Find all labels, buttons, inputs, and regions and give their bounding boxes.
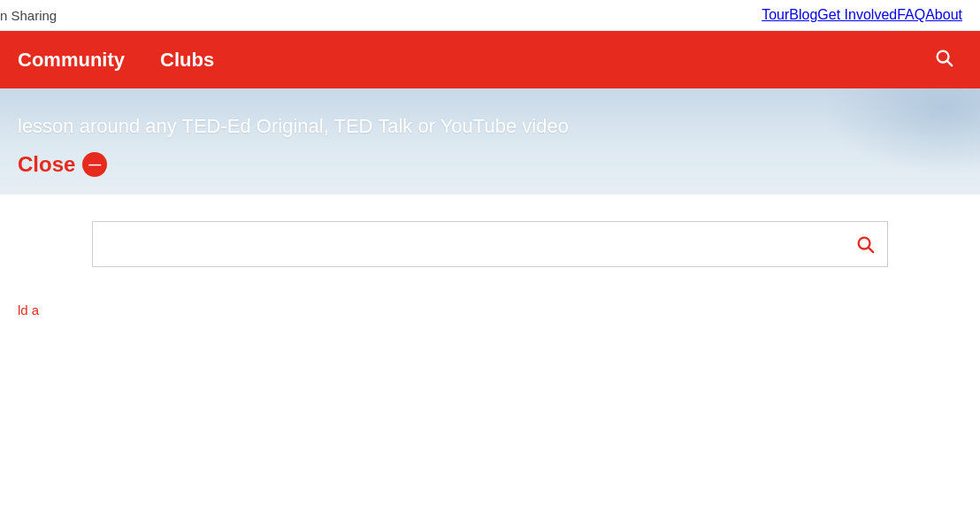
- nav-clubs[interactable]: Clubs: [160, 49, 214, 72]
- top-bar: n Sharing Tour Blog Get Involved FAQ Abo…: [0, 0, 980, 31]
- search-icon-button[interactable]: [925, 43, 962, 77]
- svg-line-1: [947, 61, 952, 65]
- hero-section: lesson around any TED-Ed Original, TED T…: [0, 88, 980, 195]
- nav-link-get-involved[interactable]: Get Involved: [817, 7, 897, 23]
- nav-link-tour[interactable]: Tour: [762, 7, 789, 23]
- search-container: [92, 221, 888, 267]
- search-submit-button[interactable]: [843, 222, 887, 266]
- nav-community[interactable]: Community: [18, 49, 125, 72]
- svg-line-3: [869, 248, 873, 252]
- close-icon: —: [82, 152, 107, 177]
- nav-link-about[interactable]: About: [925, 7, 962, 23]
- content-area: ld a: [0, 285, 980, 528]
- top-nav: Tour Blog Get Involved FAQ About: [0, 0, 980, 30]
- search-icon: [934, 48, 953, 67]
- page-partial-title: n Sharing: [0, 8, 57, 23]
- red-navbar: Community Clubs: [0, 31, 980, 88]
- hero-bg-decoration: [803, 88, 980, 186]
- content-partial-text: ld a: [18, 302, 39, 318]
- search-section: [0, 195, 980, 285]
- search-submit-icon: [855, 234, 875, 254]
- close-button[interactable]: Close: [18, 152, 75, 177]
- nav-link-faq[interactable]: FAQ: [897, 7, 925, 23]
- nav-link-blog[interactable]: Blog: [789, 7, 817, 23]
- red-nav-links: Community Clubs: [18, 49, 925, 72]
- search-input[interactable]: [93, 222, 887, 266]
